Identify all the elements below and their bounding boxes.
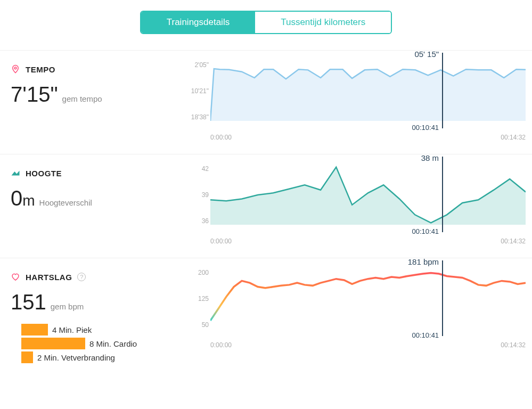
hartslag-sub: gem bpm <box>51 302 84 311</box>
zone-piek-label: 4 Min. Piek <box>52 325 92 334</box>
zone-cardio-bar <box>21 338 85 349</box>
hartslag-cursor-value: 181 bpm <box>408 257 442 266</box>
cursor-line <box>442 53 443 128</box>
hoogte-title: HOOGTE <box>26 169 62 178</box>
zone-fat-label: 2 Min. Vetverbranding <box>37 353 115 362</box>
tab-splits[interactable]: Tussentijd kilometers <box>255 12 391 33</box>
hoogte-cursor-time: 00:10:41 <box>412 227 443 235</box>
tempo-sub: gem tempo <box>62 94 102 103</box>
elevation-icon <box>11 168 20 178</box>
tab-bar: Trainingsdetails Tussentijd kilometers <box>0 0 532 50</box>
hartslag-chart[interactable]: 200 125 50 <box>186 269 526 338</box>
zone-piek-bar <box>21 324 48 336</box>
hr-zones: 4 Min. Piek 8 Min. Cardio 2 Min. Vetverb… <box>11 324 176 363</box>
hartslag-title: HARTSLAG <box>26 273 72 282</box>
heart-icon <box>11 272 20 282</box>
cursor-line <box>442 260 443 336</box>
hoogte-sub: Hoogteverschil <box>39 198 92 207</box>
tempo-chart[interactable]: 2'05" 10'21" 18'38" 05' 15" 00:10:41 <box>186 61 526 130</box>
tempo-xticks: 0:00:00 00:14:32 <box>186 134 526 141</box>
tempo-cursor-time: 00:10:41 <box>412 124 443 132</box>
hoogte-chart[interactable]: 42 39 36 38 m 00:10:41 <box>186 165 526 234</box>
zone-cardio-label: 8 Min. Cardio <box>89 339 137 348</box>
hartslag-cursor-time: 00:10:41 <box>412 331 443 339</box>
help-icon[interactable]: ? <box>77 273 86 281</box>
panel-hartslag: HARTSLAG ? 151 gem bpm 4 Min. Piek 8 Min… <box>0 258 532 378</box>
hartslag-value: 151 <box>11 290 46 314</box>
tempo-title: TEMPO <box>26 65 55 74</box>
svg-point-0 <box>14 67 17 69</box>
hartslag-yticks: 200 125 50 <box>186 269 209 329</box>
panel-tempo: TEMPO 7'15" gem tempo 2'05" 10'21" 18'38… <box>0 50 532 154</box>
pin-icon <box>11 64 20 74</box>
panel-hoogte: HOOGTE 0m Hoogteverschil 42 39 36 <box>0 154 532 258</box>
tempo-yticks: 2'05" 10'21" 18'38" <box>186 61 209 121</box>
hoogte-yticks: 42 39 36 <box>186 165 209 225</box>
tab-training-details[interactable]: Trainingsdetails <box>141 12 255 33</box>
hartslag-xticks: 0:00:00 00:14:32 <box>186 341 526 349</box>
hoogte-cursor-value: 38 m <box>421 153 442 162</box>
cursor-line <box>442 157 443 232</box>
tempo-value: 7'15" <box>11 83 58 107</box>
hoogte-xticks: 0:00:00 00:14:32 <box>186 238 526 245</box>
tempo-cursor-value: 05' 15" <box>414 50 442 59</box>
hoogte-value: 0m <box>11 186 35 210</box>
zone-fat-bar <box>21 351 33 363</box>
